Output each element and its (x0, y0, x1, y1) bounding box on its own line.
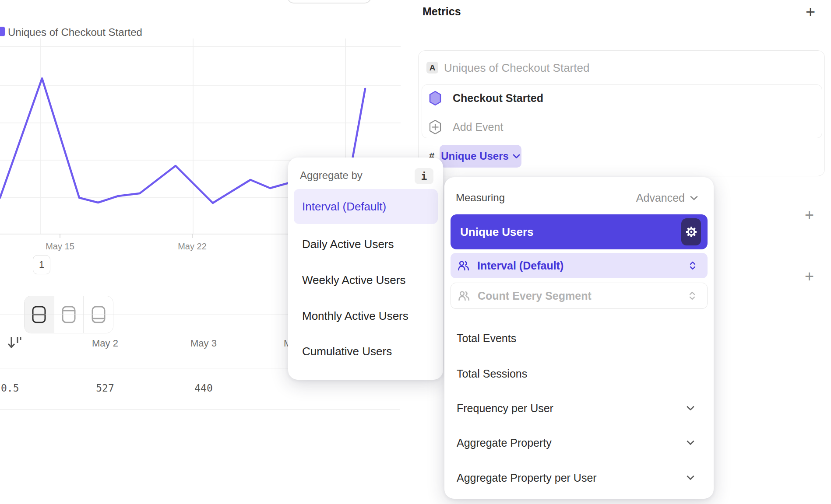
pagination-page-button[interactable]: 1 (33, 255, 50, 274)
measuring-popover: Measuring Advanced Unique Users (444, 177, 714, 499)
table-cell-may2: 527 (96, 382, 114, 394)
table-frozen-column-border (34, 315, 34, 410)
chevron-down-icon (513, 154, 520, 159)
measuring-option-total-events[interactable]: Total Events (457, 332, 516, 344)
aggregate-option-cumulative[interactable]: Cumulative Users (302, 345, 392, 357)
chevron-down-icon (690, 196, 698, 201)
unfold-icon (689, 291, 696, 301)
interval-segmentation-row[interactable]: Interval (Default) (451, 253, 708, 278)
advanced-label: Advanced (636, 192, 685, 204)
gear-icon (684, 225, 698, 239)
measure-pill-button[interactable]: Unique Users (440, 145, 521, 168)
aggregate-option-daily[interactable]: Daily Active Users (302, 238, 394, 250)
insights-report-screen: Uniques of Checkout Started May 15May 22… (0, 0, 831, 504)
advanced-dropdown[interactable]: Advanced (636, 192, 698, 204)
aggregate-by-popover: Aggregate by i Interval (Default) Daily … (288, 158, 443, 380)
aggregate-option-monthly[interactable]: Monthly Active Users (302, 309, 408, 322)
event-row-label[interactable]: Checkout Started (453, 92, 543, 105)
x-tick-label: May 15 (46, 242, 74, 252)
event-list-card: Checkout Started Add Event (422, 84, 822, 138)
users-icon (458, 260, 469, 271)
aggregate-option-weekly[interactable]: Weekly Active Users (302, 273, 405, 286)
add-event-icon[interactable] (429, 119, 442, 135)
measure-pill-label: Unique Users (441, 150, 509, 162)
measuring-option-aggregate-property[interactable]: Aggregate Property (457, 437, 552, 449)
sort-icon[interactable] (7, 334, 23, 351)
selected-measure-label: Unique Users (460, 225, 534, 239)
unfold-icon (689, 261, 696, 270)
measuring-option-total-sessions[interactable]: Total Sessions (457, 368, 527, 380)
measure-settings-button[interactable] (681, 218, 701, 245)
metric-name[interactable]: Uniques of Checkout Started (444, 61, 589, 75)
x-tick-label: May 22 (178, 242, 207, 252)
metric-badge: A (426, 62, 438, 74)
info-icon[interactable]: i (415, 168, 433, 184)
metric-card: A Uniques of Checkout Started Checkout S… (418, 50, 825, 176)
count-every-segment-label: Count Every Segment (478, 290, 592, 302)
table-header-may2[interactable]: May 2 (92, 338, 118, 349)
add-metric-icon[interactable]: + (806, 4, 815, 20)
event-hexagon-icon (429, 91, 442, 106)
measuring-option-aggregate-property-per-user[interactable]: Aggregate Property per User (457, 472, 597, 484)
chevron-down-icon (686, 475, 695, 481)
measuring-title: Measuring (456, 192, 505, 204)
measuring-option-unique-users-selected[interactable]: Unique Users (451, 214, 708, 249)
add-filter-icon[interactable]: + (805, 207, 814, 223)
interval-row-label: Interval (Default) (477, 259, 563, 272)
measuring-option-frequency-per-user[interactable]: Frequency per User (457, 402, 553, 414)
users-icon (458, 290, 470, 301)
add-breakdown-icon[interactable]: + (805, 269, 814, 284)
chevron-down-icon (686, 440, 695, 446)
add-event-label[interactable]: Add Event (453, 121, 503, 133)
chevron-down-icon (686, 406, 695, 411)
table-summary-cell: 0.5 (1, 382, 19, 394)
aggregate-option-interval-selected[interactable]: Interval (Default) (294, 189, 438, 224)
table-cell-may3: 440 (194, 382, 213, 394)
table-row-border (0, 410, 400, 410)
metrics-panel-title: Metrics (423, 5, 461, 18)
table-header-may3[interactable]: May 3 (190, 338, 217, 349)
aggregate-by-title: Aggregate by (300, 169, 363, 182)
count-every-segment-row[interactable]: Count Every Segment (451, 283, 708, 309)
